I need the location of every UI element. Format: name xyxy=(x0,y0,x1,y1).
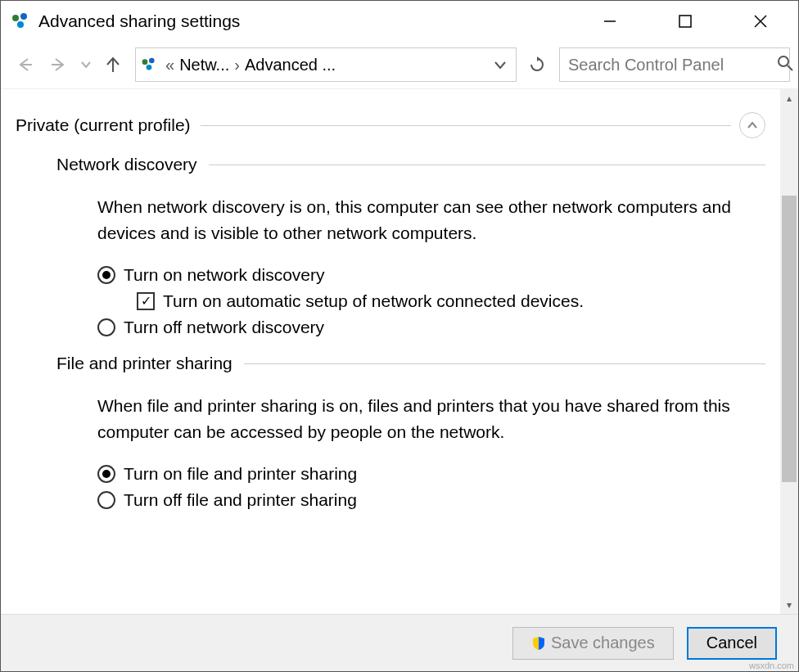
breadcrumb-separator: « xyxy=(165,56,174,74)
scroll-up-icon[interactable]: ▴ xyxy=(780,89,798,107)
svg-point-0 xyxy=(12,15,19,21)
footer-bar: Save changes Cancel xyxy=(1,614,798,671)
chevron-up-icon xyxy=(747,120,758,131)
radio-label: Turn off file and printer sharing xyxy=(124,490,357,510)
window-frame: Advanced sharing settings xyxy=(0,0,799,672)
subsection-label: File and printer sharing xyxy=(56,354,232,373)
navigation-bar: « Netw... › Advanced ... xyxy=(1,41,798,88)
subsection-header: File and printer sharing xyxy=(56,354,765,373)
radio-icon xyxy=(97,266,115,284)
watermark: wsxdn.com xyxy=(749,661,794,670)
close-button[interactable] xyxy=(723,3,798,39)
arrow-up-icon xyxy=(104,56,122,74)
radio-turn-on-discovery[interactable]: Turn on network discovery xyxy=(97,265,765,285)
network-discovery-section: Network discovery When network discovery… xyxy=(56,155,765,337)
breadcrumb[interactable]: « Netw... › Advanced ... xyxy=(135,47,517,82)
forward-button[interactable] xyxy=(43,49,74,80)
svg-point-10 xyxy=(142,59,148,65)
svg-line-14 xyxy=(788,65,792,70)
file-sharing-section: File and printer sharing When file and p… xyxy=(56,354,765,510)
svg-point-1 xyxy=(20,13,27,20)
maximize-icon xyxy=(679,15,692,28)
file-sharing-description: When file and printer sharing is on, fil… xyxy=(97,393,765,444)
checkbox-label: Turn on automatic setup of network conne… xyxy=(163,291,584,311)
radio-label: Turn on file and printer sharing xyxy=(124,464,357,484)
subsection-label: Network discovery xyxy=(56,155,197,174)
vertical-scrollbar[interactable]: ▴ ▾ xyxy=(780,89,798,614)
up-button[interactable] xyxy=(97,49,129,80)
breadcrumb-item[interactable]: Netw... xyxy=(179,56,229,74)
breadcrumb-dropdown[interactable] xyxy=(490,56,511,74)
radio-label: Turn off network discovery xyxy=(124,318,324,337)
chevron-down-icon xyxy=(81,60,91,70)
checkbox-auto-setup[interactable]: Turn on automatic setup of network conne… xyxy=(137,291,765,311)
history-dropdown[interactable] xyxy=(78,60,94,70)
shield-icon xyxy=(531,636,546,651)
radio-icon xyxy=(97,465,115,483)
svg-point-11 xyxy=(149,58,155,64)
network-discovery-description: When network discovery is on, this compu… xyxy=(97,194,765,246)
radio-icon xyxy=(97,491,115,509)
window-title: Advanced sharing settings xyxy=(38,11,240,31)
cancel-button[interactable]: Cancel xyxy=(687,627,777,660)
scroll-down-icon[interactable]: ▾ xyxy=(780,596,798,614)
titlebar: Advanced sharing settings xyxy=(1,1,798,41)
collapse-button[interactable] xyxy=(739,112,765,138)
save-button-label: Save changes xyxy=(551,634,655,652)
minimize-icon xyxy=(603,15,616,28)
network-discovery-options: Turn on network discovery Turn on automa… xyxy=(97,265,765,337)
scroll-thumb[interactable] xyxy=(782,196,797,482)
profile-label: Private (current profile) xyxy=(16,115,191,135)
content-area: Private (current profile) Network discov… xyxy=(1,88,798,614)
svg-point-2 xyxy=(17,21,24,28)
cancel-button-label: Cancel xyxy=(706,634,757,652)
search-input[interactable] xyxy=(567,55,777,75)
file-sharing-options: Turn on file and printer sharing Turn of… xyxy=(97,464,765,510)
radio-turn-on-sharing[interactable]: Turn on file and printer sharing xyxy=(97,464,765,484)
network-sharing-icon xyxy=(141,56,157,73)
divider xyxy=(209,165,765,165)
back-button[interactable] xyxy=(9,49,40,80)
chevron-down-icon xyxy=(494,59,506,70)
settings-panel: Private (current profile) Network discov… xyxy=(1,89,780,614)
svg-rect-4 xyxy=(679,16,691,27)
radio-label: Turn on network discovery xyxy=(124,265,325,285)
checkbox-icon xyxy=(137,292,155,310)
radio-icon xyxy=(97,318,115,336)
arrow-right-icon xyxy=(50,56,68,74)
subsection-header: Network discovery xyxy=(56,155,765,174)
svg-point-12 xyxy=(147,65,152,70)
breadcrumb-item[interactable]: Advanced ... xyxy=(245,56,336,74)
maximize-button[interactable] xyxy=(648,3,723,39)
divider xyxy=(201,125,731,126)
save-changes-button[interactable]: Save changes xyxy=(512,627,674,660)
close-icon xyxy=(754,15,767,28)
network-sharing-icon xyxy=(11,11,30,31)
window-controls xyxy=(572,3,798,39)
refresh-icon xyxy=(529,56,545,73)
arrow-left-icon xyxy=(16,56,34,74)
divider xyxy=(244,363,765,364)
search-icon[interactable] xyxy=(777,55,793,75)
radio-turn-off-sharing[interactable]: Turn off file and printer sharing xyxy=(97,490,765,510)
search-box[interactable] xyxy=(559,47,790,82)
breadcrumb-chevron-icon: › xyxy=(234,56,240,74)
profile-section-header: Private (current profile) xyxy=(16,112,765,138)
refresh-button[interactable] xyxy=(523,47,551,82)
radio-turn-off-discovery[interactable]: Turn off network discovery xyxy=(97,318,765,337)
minimize-button[interactable] xyxy=(572,3,648,39)
svg-point-13 xyxy=(779,56,788,66)
